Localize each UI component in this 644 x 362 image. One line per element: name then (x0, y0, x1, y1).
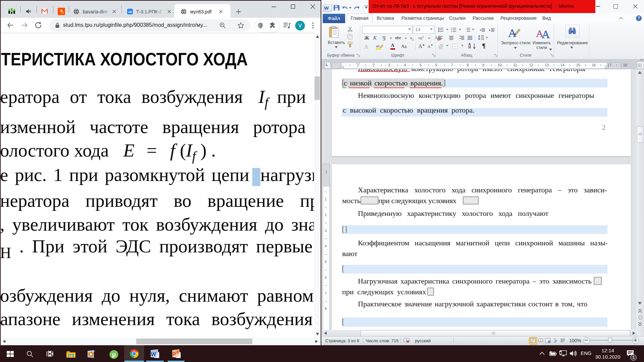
svg-text:ab: ab (376, 44, 380, 48)
svg-text:P: P (172, 352, 176, 357)
svg-text:W: W (151, 352, 156, 357)
svg-text:А: А (364, 44, 369, 50)
svg-text:µ: µ (112, 351, 116, 358)
svg-text:3: 3 (451, 31, 452, 32)
svg-text:vk: vk (128, 10, 132, 14)
svg-text:A: A (542, 28, 550, 39)
